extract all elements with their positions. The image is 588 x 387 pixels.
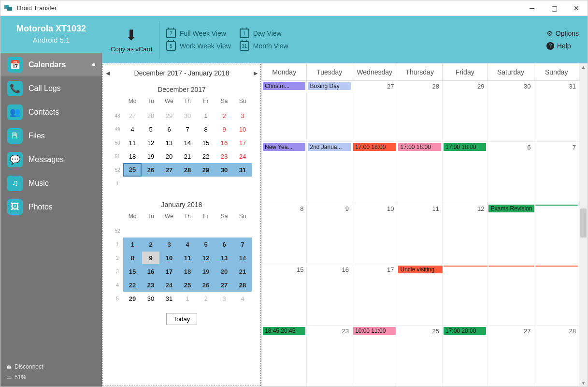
calendar-event[interactable] bbox=[535, 266, 578, 267]
mini-calendar-day[interactable]: 29 bbox=[160, 109, 178, 122]
mini-calendar-day[interactable]: 12 bbox=[142, 136, 160, 149]
month-scrollbar[interactable]: ▲ ▼ bbox=[579, 63, 588, 387]
calendar-event[interactable]: Boxing Day bbox=[308, 82, 351, 90]
month-day-cell[interactable]: 17:00 20:00 bbox=[443, 326, 488, 387]
month-day-cell[interactable]: 23 bbox=[307, 326, 352, 387]
calendar-event[interactable]: Uncle visiting bbox=[398, 266, 443, 273]
mini-calendar-day[interactable]: 22 bbox=[197, 149, 215, 163]
mini-calendar-day[interactable]: 23 bbox=[215, 149, 233, 163]
month-day-cell[interactable]: 12 bbox=[443, 203, 488, 264]
mini-calendar-day[interactable]: 25 bbox=[178, 278, 197, 292]
month-day-cell[interactable]: 29 bbox=[443, 81, 488, 142]
mini-calendar-day[interactable]: 28 bbox=[178, 163, 197, 177]
scroll-up-arrow[interactable]: ▲ bbox=[579, 64, 588, 70]
mini-calendar-day[interactable]: 26 bbox=[142, 163, 160, 177]
month-day-cell[interactable]: 6 bbox=[488, 142, 534, 203]
mini-calendar-day[interactable]: 4 bbox=[233, 292, 252, 305]
mini-calendar-day[interactable] bbox=[160, 177, 178, 190]
month-day-cell[interactable]: Boxing Day bbox=[307, 81, 352, 142]
calendar-event[interactable]: Exams Revision bbox=[488, 205, 534, 212]
month-day-cell[interactable]: 17:00 18:00 bbox=[443, 142, 488, 203]
calendar-event[interactable] bbox=[488, 266, 534, 267]
scrollbar-thumb[interactable] bbox=[580, 208, 587, 238]
month-day-cell[interactable]: 27 bbox=[352, 81, 397, 142]
sidebar-item-messages[interactable]: 💬Messages bbox=[0, 148, 102, 171]
sidebar-item-files[interactable]: 🗎Files bbox=[0, 124, 102, 148]
mini-calendar-day[interactable]: 3 bbox=[215, 292, 233, 305]
mini-calendar-day[interactable]: 13 bbox=[160, 136, 178, 149]
mini-calendar-day[interactable]: 10 bbox=[160, 251, 178, 265]
help-button[interactable]: ?Help bbox=[546, 42, 579, 50]
mini-calendar-day[interactable]: 7 bbox=[178, 122, 197, 136]
mini-calendar-day[interactable]: 15 bbox=[197, 136, 215, 149]
mini-calendar-day[interactable]: 17 bbox=[160, 265, 178, 278]
mini-calendar-day[interactable]: 27 bbox=[123, 109, 142, 122]
mini-calendar-day[interactable]: 2 bbox=[197, 292, 215, 305]
mini-calendar-day[interactable]: 16 bbox=[215, 136, 233, 149]
month-day-cell[interactable]: 30 bbox=[488, 81, 534, 142]
mini-calendar-day[interactable]: 2 bbox=[215, 109, 233, 122]
sidebar-item-music[interactable]: ♫Music bbox=[0, 171, 102, 195]
month-day-cell[interactable]: 18:45 20:45 bbox=[262, 326, 307, 387]
mini-calendar-day[interactable]: 12 bbox=[197, 251, 215, 265]
month-day-cell[interactable] bbox=[488, 264, 534, 325]
month-view-button[interactable]: 31Month View bbox=[240, 41, 288, 51]
mini-calendar-day[interactable]: 31 bbox=[160, 292, 178, 305]
mini-calendar-day[interactable]: 20 bbox=[160, 149, 178, 163]
mini-calendar-day[interactable]: 14 bbox=[233, 251, 252, 265]
disconnect-button[interactable]: ⏏ Disconnect bbox=[6, 361, 96, 372]
mini-calendar-day[interactable]: 31 bbox=[233, 163, 252, 177]
mini-calendar-day[interactable]: 30 bbox=[142, 292, 160, 305]
calendar-event[interactable]: 10:00 11:00 bbox=[353, 327, 396, 335]
calendar-event[interactable]: 17:00 20:00 bbox=[444, 327, 487, 335]
mini-calendar-day[interactable]: 9 bbox=[215, 122, 233, 136]
mini-calendar-day[interactable]: 6 bbox=[215, 238, 233, 251]
month-day-cell[interactable]: New Yea... bbox=[262, 142, 307, 203]
sidebar-item-calendars[interactable]: 📅Calendars bbox=[0, 53, 102, 76]
mini-calendar-day[interactable]: 26 bbox=[197, 278, 215, 292]
month-day-cell[interactable]: 17 bbox=[352, 264, 397, 325]
month-day-cell[interactable]: 10:00 11:00 bbox=[352, 326, 397, 387]
mini-calendar-day[interactable]: 11 bbox=[123, 136, 142, 149]
mini-calendar-day[interactable] bbox=[197, 224, 215, 238]
mini-calendar-day[interactable]: 7 bbox=[233, 238, 252, 251]
mini-calendar-day[interactable]: 8 bbox=[123, 251, 142, 265]
calendar-event[interactable] bbox=[444, 266, 488, 267]
mini-calendar-day[interactable]: 22 bbox=[123, 278, 142, 292]
calendar-event[interactable]: Christm... bbox=[263, 82, 305, 90]
mini-calendar-day[interactable] bbox=[215, 177, 233, 190]
mini-calendar-day[interactable]: 4 bbox=[123, 122, 142, 136]
month-day-cell[interactable]: 15 bbox=[262, 264, 307, 325]
mini-calendar-day[interactable] bbox=[233, 224, 252, 238]
mini-calendar-day[interactable]: 18 bbox=[123, 149, 142, 163]
copy-vcard-button[interactable]: ⬇ Copy as vCard bbox=[104, 21, 159, 59]
sidebar-item-call-logs[interactable]: 📞Call Logs bbox=[0, 76, 102, 100]
mini-calendar-day[interactable] bbox=[178, 177, 197, 190]
month-day-cell[interactable]: Christm... bbox=[262, 81, 307, 142]
options-button[interactable]: ⚙Options bbox=[546, 30, 579, 37]
mini-calendar-day[interactable]: 24 bbox=[160, 278, 178, 292]
sidebar-item-contacts[interactable]: 👥Contacts bbox=[0, 100, 102, 124]
prev-month-button[interactable]: ◀ bbox=[106, 70, 110, 76]
maximize-button[interactable]: ▢ bbox=[543, 0, 565, 16]
mini-calendar-day[interactable]: 1 bbox=[178, 292, 197, 305]
mini-calendar-day[interactable]: 16 bbox=[142, 265, 160, 278]
mini-calendar-day[interactable]: 13 bbox=[215, 251, 233, 265]
calendar-event[interactable] bbox=[535, 205, 578, 206]
mini-calendar-day[interactable]: 24 bbox=[233, 149, 252, 163]
mini-calendar-day[interactable]: 1 bbox=[197, 109, 215, 122]
mini-calendar-day[interactable]: 5 bbox=[142, 122, 160, 136]
mini-calendar-day[interactable]: 3 bbox=[160, 238, 178, 251]
mini-calendar-day[interactable]: 21 bbox=[178, 149, 197, 163]
mini-calendar-day[interactable]: 14 bbox=[178, 136, 197, 149]
month-day-cell[interactable]: 9 bbox=[307, 203, 352, 264]
mini-calendar-day[interactable]: 28 bbox=[233, 278, 252, 292]
mini-calendar-day[interactable] bbox=[123, 177, 142, 190]
month-day-cell[interactable]: 27 bbox=[488, 326, 534, 387]
month-day-cell[interactable]: 28 bbox=[397, 81, 443, 142]
calendar-event[interactable]: 17:00 18:00 bbox=[444, 143, 487, 151]
mini-calendar-day[interactable]: 29 bbox=[123, 292, 142, 305]
mini-calendar-day[interactable]: 11 bbox=[178, 251, 197, 265]
mini-calendar-day[interactable]: 19 bbox=[197, 265, 215, 278]
mini-calendar-day[interactable]: 27 bbox=[160, 163, 178, 177]
